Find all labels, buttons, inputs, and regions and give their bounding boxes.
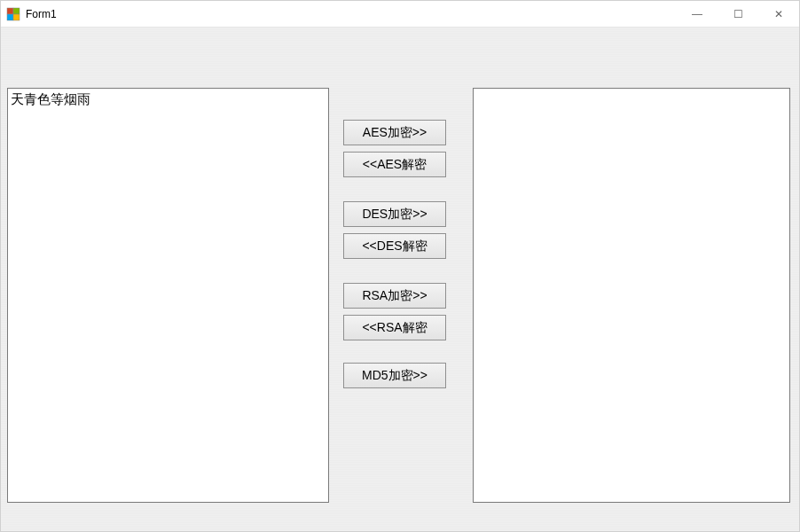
- close-button[interactable]: ✕: [758, 1, 799, 27]
- aes-decrypt-button[interactable]: <<AES解密: [343, 152, 446, 177]
- svg-rect-0: [7, 8, 13, 14]
- client-area: AES加密>> <<AES解密 DES加密>> <<DES解密 RSA加密>> …: [1, 27, 799, 531]
- svg-rect-3: [13, 14, 20, 20]
- md5-encrypt-button[interactable]: MD5加密>>: [343, 363, 446, 388]
- output-textarea[interactable]: [473, 88, 790, 503]
- main-window: Form1 — ☐ ✕ AES加密>> <<AES解密 DES加密>> <<DE…: [0, 0, 800, 532]
- titlebar[interactable]: Form1 — ☐ ✕: [1, 1, 799, 27]
- des-encrypt-button[interactable]: DES加密>>: [343, 201, 446, 227]
- window-title: Form1: [26, 8, 677, 20]
- aes-encrypt-button[interactable]: AES加密>>: [343, 120, 446, 145]
- svg-rect-2: [7, 14, 13, 20]
- minimize-button[interactable]: —: [677, 1, 718, 27]
- des-decrypt-button[interactable]: <<DES解密: [343, 233, 446, 259]
- svg-rect-1: [13, 8, 20, 14]
- app-icon: [6, 7, 20, 21]
- maximize-button[interactable]: ☐: [718, 1, 758, 27]
- input-textarea[interactable]: [7, 88, 329, 503]
- window-controls: — ☐ ✕: [677, 1, 799, 27]
- rsa-decrypt-button[interactable]: <<RSA解密: [343, 315, 446, 340]
- rsa-encrypt-button[interactable]: RSA加密>>: [343, 283, 446, 309]
